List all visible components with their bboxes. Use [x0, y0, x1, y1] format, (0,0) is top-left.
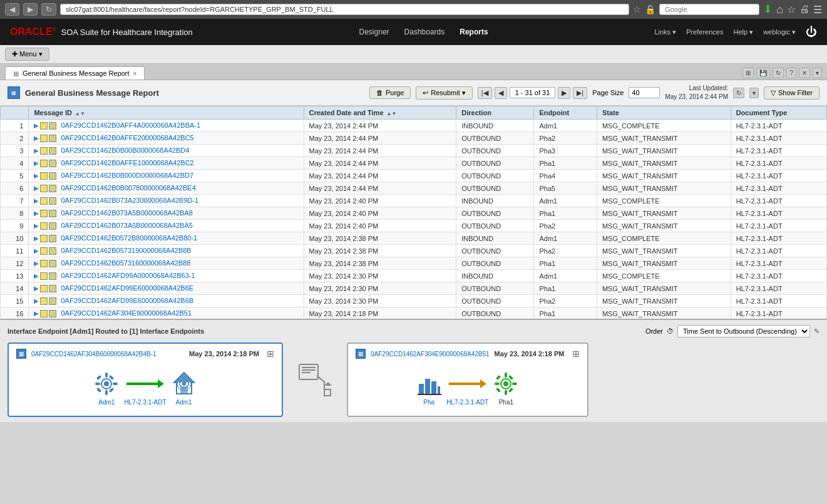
message-id-link[interactable]: 0AF29CCD1462B0573190000068A42B8B [61, 247, 192, 254]
expand-icon[interactable]: ▶ [34, 310, 39, 317]
col-message-id[interactable]: Message ID ▲▼ [29, 106, 304, 120]
col-endpoint[interactable]: Endpoint [534, 106, 597, 120]
row-message-id[interactable]: ▶ 0AF29CCD1462B0B007800000068A42BE4 [29, 182, 304, 195]
tab-save-button[interactable]: 💾 [756, 68, 770, 78]
home-icon[interactable]: ⌂ [776, 3, 783, 16]
tab-close-button[interactable]: × [133, 70, 137, 77]
table-row[interactable]: 10 ▶ 0AF29CCD1462B0572B80000068A42B80-1 … [1, 232, 827, 245]
message-id-link[interactable]: 0AF29CCD1462B0B000D0000068A42BD7 [61, 172, 194, 179]
star-icon[interactable]: ☆ [787, 4, 796, 16]
last-page-button[interactable]: ▶| [573, 87, 587, 99]
table-row[interactable]: 15 ▶ 0AF29CCD1462AFD99E60000068A42B6B Ma… [1, 295, 827, 307]
table-row[interactable]: 1 ▶ 0AF29CCD1462B0AFF4A0000068A42BBA-1 M… [1, 120, 827, 132]
row-message-id[interactable]: ▶ 0AF29CCD1462B0AFFE20000068A42BC5 [29, 132, 304, 145]
user-menu[interactable]: weblogic ▾ [763, 28, 796, 36]
edit-icon[interactable]: ✎ [814, 327, 819, 336]
expand-icon[interactable]: ▶ [34, 135, 39, 142]
message-id-link[interactable]: 0AF29CCD1462B0AFFE20000068A42BC5 [61, 134, 194, 141]
col-state[interactable]: State [597, 106, 731, 120]
expand-icon[interactable]: ▶ [34, 272, 39, 280]
table-row[interactable]: 3 ▶ 0AF29CCD1462B0B00B0000068A42BD4 May … [1, 145, 827, 157]
row-message-id[interactable]: ▶ 0AF29CCD1462B0AFFE10000068A42BC2 [29, 157, 304, 170]
row-message-id[interactable]: ▶ 0AF29CCD1462B073A5B0000068A42BA8 [29, 207, 304, 220]
message-id-link[interactable]: 0AF29CCD1462B073A5B0000068A42BA8 [61, 209, 193, 217]
nav-dashboards[interactable]: Dashboards [404, 25, 445, 39]
message-id-link[interactable]: 0AF29CCD1462AFD99A0000068A42B63-1 [61, 272, 195, 279]
row-message-id[interactable]: ▶ 0AF29CCD1462B0B000D0000068A42BD7 [29, 170, 304, 182]
resubmit-button[interactable]: ↩ Resubmit ▾ [416, 86, 473, 100]
download-icon[interactable]: ⬇ [763, 3, 773, 16]
message-id-link[interactable]: 0AF29CCD1462B073A230000068A42B9D-1 [61, 197, 199, 204]
message-id-link[interactable]: 0AF29CCD1462B0572B80000068A42B80-1 [61, 234, 198, 242]
expand-icon[interactable]: ▶ [34, 185, 39, 192]
row-message-id[interactable]: ▶ 0AF29CCD1462AFD99A0000068A42B63-1 [29, 270, 304, 282]
forward-button[interactable]: ▶ [23, 3, 38, 16]
expand-icon[interactable]: ▶ [34, 160, 39, 167]
row-message-id[interactable]: ▶ 0AF29CCD1462B073A230000068A42B9D-1 [29, 195, 304, 207]
tab-more-button[interactable]: ▾ [813, 68, 822, 78]
message-id-link[interactable]: 0AF29CCD1462AF304E90000068A42B51 [61, 309, 192, 317]
refresh-button[interactable]: ↻ [41, 3, 56, 16]
message-id-link[interactable]: 0AF29CCD1462B0AFFE10000068A42BC2 [61, 159, 194, 167]
message-id-link[interactable]: 0AF29CCD1462AFD99E60000068A42B6E [61, 284, 194, 292]
show-filter-button[interactable]: ▽ Show Filter [764, 86, 819, 100]
power-icon[interactable]: ⏻ [806, 26, 817, 39]
table-row[interactable]: 11 ▶ 0AF29CCD1462B0573190000068A42B8B Ma… [1, 245, 827, 257]
table-row[interactable]: 6 ▶ 0AF29CCD1462B0B007800000068A42BE4 Ma… [1, 182, 827, 195]
row-message-id[interactable]: ▶ 0AF29CCD1462AFD99E60000068A42B6E [29, 282, 304, 295]
flow-card-1-expand[interactable]: ⊞ [267, 349, 274, 359]
help-menu[interactable]: Help ▾ [733, 28, 753, 36]
prev-page-button[interactable]: ◀ [495, 87, 507, 99]
expand-icon[interactable]: ▶ [34, 172, 39, 180]
table-row[interactable]: 14 ▶ 0AF29CCD1462AFD99E60000068A42B6E Ma… [1, 282, 827, 295]
print-icon[interactable]: 🖨 [799, 4, 809, 15]
flow-card-2-id[interactable]: 0AF29CCD1462AF304E90000068A42B51 [371, 351, 490, 357]
col-direction[interactable]: Direction [456, 106, 534, 120]
more-options-button[interactable]: ▾ [749, 88, 759, 98]
message-id-link[interactable]: 0AF29CCD1462B073A5B0000068A42BA5 [61, 222, 193, 229]
col-created-date[interactable]: Created Date and Time ▲▼ [304, 106, 456, 120]
row-message-id[interactable]: ▶ 0AF29CCD1462B0B00B0000068A42BD4 [29, 145, 304, 157]
bookmark-icon[interactable]: ☆ [633, 4, 641, 14]
message-id-link[interactable]: 0AF29CCD1462AFD99E60000068A42B6B [61, 297, 194, 304]
back-button[interactable]: ◀ [5, 3, 19, 16]
menu-icon[interactable]: ☰ [813, 4, 822, 16]
flow-card-2[interactable]: ▦ 0AF29CCD1462AF304E90000068A42B51 May 2… [347, 342, 588, 417]
message-id-link[interactable]: 0AF29CCD1462B0B007800000068A42BE4 [61, 184, 196, 192]
table-row[interactable]: 2 ▶ 0AF29CCD1462B0AFFE20000068A42BC5 May… [1, 132, 827, 145]
table-row[interactable]: 7 ▶ 0AF29CCD1462B073A230000068A42B9D-1 M… [1, 195, 827, 207]
table-row[interactable]: 12 ▶ 0AF29CCD1462B0573160000068A42B88 Ma… [1, 257, 827, 270]
table-row[interactable]: 9 ▶ 0AF29CCD1462B073A5B0000068A42BA5 May… [1, 220, 827, 232]
row-message-id[interactable]: ▶ 0AF29CCD1462B0573190000068A42B8B [29, 245, 304, 257]
message-id-link[interactable]: 0AF29CCD1462B0AFF4A0000068A42BBA-1 [61, 121, 201, 129]
links-menu[interactable]: Links ▾ [654, 28, 676, 36]
preferences-link[interactable]: Preferences [686, 28, 723, 36]
expand-icon[interactable]: ▶ [34, 147, 39, 155]
expand-icon[interactable]: ▶ [34, 210, 39, 217]
table-row[interactable]: 5 ▶ 0AF29CCD1462B0B000D0000068A42BD7 May… [1, 170, 827, 182]
expand-icon[interactable]: ▶ [34, 122, 39, 130]
table-row[interactable]: 8 ▶ 0AF29CCD1462B073A5B0000068A42BA8 May… [1, 207, 827, 220]
col-doc-type[interactable]: Document Type [731, 106, 826, 120]
table-row[interactable]: 4 ▶ 0AF29CCD1462B0AFFE10000068A42BC2 May… [1, 157, 827, 170]
expand-icon[interactable]: ▶ [34, 247, 39, 255]
row-message-id[interactable]: ▶ 0AF29CCD1462B0572B80000068A42B80-1 [29, 232, 304, 245]
expand-icon[interactable]: ▶ [34, 197, 39, 205]
flow-card-1[interactable]: ▦ 0AF29CCD1462AF304B60000068A42B4B-1 May… [8, 342, 283, 417]
url-bar[interactable] [60, 4, 629, 15]
row-message-id[interactable]: ▶ 0AF29CCD1462B073A5B0000068A42BA5 [29, 220, 304, 232]
message-id-link[interactable]: 0AF29CCD1462B0573160000068A42B88 [61, 259, 191, 267]
nav-designer[interactable]: Designer [359, 25, 389, 39]
tab-help-button[interactable]: ? [786, 68, 796, 78]
nav-reports[interactable]: Reports [460, 25, 488, 39]
next-page-button[interactable]: ▶ [558, 87, 570, 99]
tab-refresh-button[interactable]: ↻ [773, 68, 784, 78]
expand-icon[interactable]: ▶ [34, 222, 39, 230]
expand-icon[interactable]: ▶ [34, 235, 39, 242]
expand-icon[interactable]: ▶ [34, 285, 39, 292]
row-message-id[interactable]: ▶ 0AF29CCD1462B0AFF4A0000068A42BBA-1 [29, 120, 304, 132]
first-page-button[interactable]: |◀ [478, 87, 492, 99]
refresh-report-button[interactable]: ↻ [733, 88, 744, 98]
purge-button[interactable]: 🗑 Purge [369, 86, 411, 99]
message-id-link[interactable]: 0AF29CCD1462B0B00B0000068A42BD4 [61, 147, 190, 154]
